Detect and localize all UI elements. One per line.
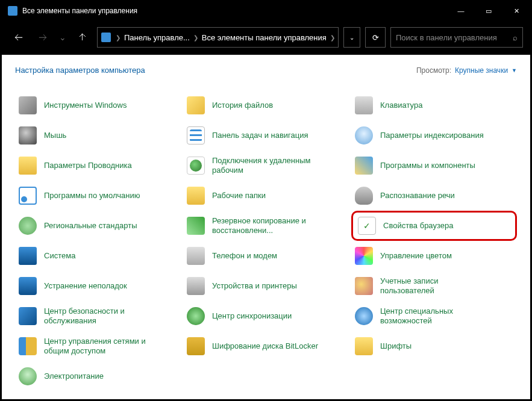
- cp-item-label: Управление цветом: [380, 251, 452, 261]
- cp-item-label: Программы и компоненты: [380, 161, 475, 170]
- indexing-icon: [354, 125, 374, 146]
- back-button[interactable]: 🡠: [9, 28, 28, 47]
- backup-restore-icon: [186, 216, 206, 236]
- cp-item-indexing[interactable]: Параметры индексирования: [351, 120, 517, 151]
- cp-item-user-accounts[interactable]: Учетные записи пользователей: [351, 271, 517, 301]
- mouse-icon: [17, 125, 38, 146]
- address-icon: [101, 33, 111, 42]
- cp-item-fonts[interactable]: Шрифты: [351, 331, 517, 361]
- file-history-icon: [186, 95, 206, 116]
- cp-item-network-sharing[interactable]: Центр управления сетями и общим доступом: [15, 331, 181, 361]
- heading-row: Настройка параметров компьютера Просмотр…: [15, 66, 517, 75]
- cp-item-label: Центр управления сетями и общим доступом: [44, 337, 152, 355]
- navbar: 🡠 🡢 ⌄ 🡡 ❯ Панель управле... ❯ Все элемен…: [2, 20, 530, 55]
- ease-of-access-icon: [354, 306, 374, 326]
- control-panel-icon: [8, 6, 17, 16]
- cp-item-devices-printers[interactable]: Устройства и принтеры: [183, 271, 349, 301]
- cp-item-label: Шифрование диска BitLocker: [212, 341, 318, 351]
- cp-item-ease-of-access[interactable]: Центр специальных возможностей: [351, 301, 517, 331]
- cp-item-label: Учетные записи пользователей: [380, 276, 489, 295]
- cp-item-power[interactable]: Электропитание: [15, 361, 181, 391]
- cp-item-label: Мышь: [44, 131, 66, 140]
- keyboard-icon: [354, 95, 374, 116]
- chevron-down-icon[interactable]: ▼: [512, 67, 517, 73]
- cp-item-programs-features[interactable]: Программы и компоненты: [351, 151, 517, 181]
- cp-item-explorer-options[interactable]: Параметры Проводника: [15, 151, 181, 181]
- cp-item-speech[interactable]: Распознавание речи: [351, 181, 517, 211]
- power-icon: [17, 366, 38, 387]
- cp-item-sync-center[interactable]: Центр синхронизации: [183, 301, 349, 331]
- cp-item-label: Центр специальных возможностей: [380, 306, 489, 325]
- titlebar: Все элементы панели управления — ▭ ✕: [2, 2, 530, 20]
- sync-center-icon: [186, 306, 206, 326]
- breadcrumb-root[interactable]: Панель управле...: [124, 33, 190, 42]
- programs-features-icon: [354, 155, 374, 176]
- cp-item-label: Телефон и модем: [212, 251, 277, 261]
- cp-item-label: История файлов: [212, 101, 273, 110]
- user-accounts-icon: [354, 276, 374, 296]
- internet-options-icon: [357, 216, 377, 236]
- system-icon: [17, 246, 38, 266]
- address-bar[interactable]: ❯ Панель управле... ❯ Все элементы панел…: [97, 27, 339, 48]
- work-folders-icon: [186, 185, 206, 206]
- troubleshoot-icon: [17, 276, 38, 296]
- cp-item-phone-modem[interactable]: Телефон и модем: [183, 241, 349, 271]
- breadcrumb-current[interactable]: Все элементы панели управления: [202, 33, 327, 42]
- view-selector[interactable]: Просмотр: Крупные значки ▼: [416, 66, 517, 75]
- cp-item-label: Шрифты: [380, 341, 412, 351]
- content-area: Настройка параметров компьютера Просмотр…: [2, 55, 530, 399]
- cp-item-bitlocker[interactable]: Шифрование диска BitLocker: [183, 331, 349, 361]
- bitlocker-icon: [186, 336, 206, 356]
- cp-item-keyboard[interactable]: Клавиатура: [351, 90, 517, 120]
- cp-item-label: Устройства и принтеры: [212, 281, 297, 291]
- cp-item-label: Система: [44, 251, 75, 261]
- phone-modem-icon: [186, 246, 206, 266]
- cp-item-label: Центр синхронизации: [212, 311, 292, 321]
- breadcrumb-sep: ❯: [190, 34, 202, 41]
- cp-item-taskbar-nav[interactable]: Панель задач и навигация: [183, 120, 349, 151]
- cp-item-label: Программы по умолчанию: [44, 191, 140, 200]
- cp-item-default-programs[interactable]: Программы по умолчанию: [15, 181, 181, 211]
- cp-item-internet-options[interactable]: Свойства браузера: [351, 211, 517, 241]
- cp-item-work-folders[interactable]: Рабочие папки: [183, 181, 349, 211]
- cp-item-label: Электропитание: [44, 371, 104, 381]
- refresh-button[interactable]: ⟳: [365, 27, 386, 48]
- forward-button[interactable]: 🡢: [33, 28, 52, 47]
- cp-item-color-management[interactable]: Управление цветом: [351, 241, 517, 271]
- cp-item-label: Параметры Проводника: [44, 161, 132, 170]
- fonts-icon: [354, 336, 374, 356]
- cp-item-file-history[interactable]: История файлов: [183, 90, 349, 120]
- maximize-button[interactable]: ▭: [475, 2, 502, 20]
- page-title: Настройка параметров компьютера: [15, 66, 145, 75]
- search-input[interactable]: [396, 33, 508, 42]
- cp-item-label: Клавиатура: [380, 101, 422, 110]
- close-button[interactable]: ✕: [502, 2, 530, 20]
- explorer-options-icon: [17, 155, 38, 176]
- cp-item-remote-desktop[interactable]: Подключения к удаленным рабочим: [183, 151, 349, 181]
- cp-item-windows-tools[interactable]: Инструменты Windows: [15, 90, 181, 120]
- items-grid: Инструменты WindowsИстория файловКлавиат…: [15, 90, 517, 391]
- address-dropdown[interactable]: ⌄: [343, 27, 360, 48]
- search-icon: ⌕: [513, 33, 518, 42]
- network-sharing-icon: [17, 336, 38, 356]
- cp-item-mouse[interactable]: Мышь: [15, 120, 181, 151]
- taskbar-nav-icon: [186, 125, 206, 146]
- cp-item-region[interactable]: Региональные стандарты: [15, 211, 181, 241]
- cp-item-system[interactable]: Система: [15, 241, 181, 271]
- breadcrumb-sep: ❯: [327, 34, 339, 41]
- minimize-button[interactable]: —: [447, 2, 475, 20]
- search-box[interactable]: ⌕: [390, 27, 523, 48]
- cp-item-label: Региональные стандарты: [44, 221, 137, 231]
- color-management-icon: [354, 246, 374, 266]
- cp-item-label: Свойства браузера: [383, 221, 453, 231]
- devices-printers-icon: [186, 276, 206, 296]
- cp-item-backup-restore[interactable]: Резервное копирование и восстановлени...: [183, 211, 349, 241]
- cp-item-label: Резервное копирование и восстановлени...: [212, 216, 321, 235]
- cp-item-troubleshoot[interactable]: Устранение неполадок: [15, 271, 181, 301]
- cp-item-label: Панель задач и навигация: [212, 131, 308, 140]
- breadcrumb-sep: ❯: [112, 34, 124, 41]
- view-value[interactable]: Крупные значки: [455, 66, 508, 75]
- up-button[interactable]: 🡡: [73, 28, 92, 47]
- history-dropdown[interactable]: ⌄: [57, 28, 68, 47]
- cp-item-security-maint[interactable]: Центр безопасности и обслуживания: [15, 301, 181, 331]
